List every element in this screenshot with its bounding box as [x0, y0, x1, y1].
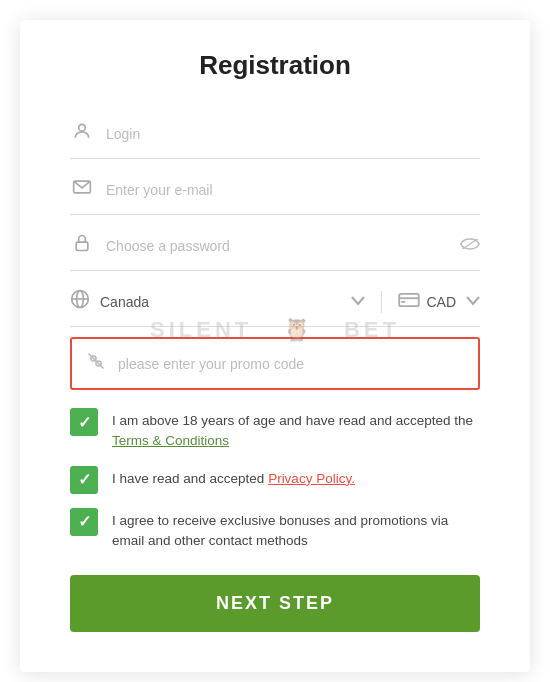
- svg-point-0: [79, 124, 86, 131]
- privacy-checkbox-row: ✓ I have read and accepted Privacy Polic…: [70, 466, 480, 494]
- bonuses-checkbox-text: I agree to receive exclusive bonuses and…: [112, 508, 480, 552]
- password-field-row: [70, 221, 480, 271]
- privacy-policy-link[interactable]: Privacy Policy.: [268, 471, 355, 486]
- privacy-checkbox[interactable]: ✓: [70, 466, 98, 494]
- country-label: Canada: [100, 294, 347, 310]
- promo-row: [70, 337, 480, 390]
- registration-card: Registration SILENT 🦉 BET: [20, 20, 530, 672]
- age-checkbox-row: ✓ I am above 18 years of age and have re…: [70, 408, 480, 452]
- promo-icon: [86, 351, 106, 376]
- check-icon: ✓: [78, 470, 91, 489]
- check-icon: ✓: [78, 512, 91, 531]
- password-input[interactable]: [106, 238, 452, 254]
- country-currency-row: Canada CAD: [70, 277, 480, 327]
- email-icon: [70, 177, 94, 202]
- svg-rect-7: [400, 293, 420, 305]
- currency-chevron-icon: [466, 295, 480, 309]
- svg-rect-9: [401, 300, 405, 302]
- check-icon: ✓: [78, 413, 91, 432]
- password-toggle-icon[interactable]: [460, 237, 480, 255]
- svg-rect-2: [76, 242, 88, 250]
- login-field-row: [70, 109, 480, 159]
- bonuses-checkbox-row: ✓ I agree to receive exclusive bonuses a…: [70, 508, 480, 552]
- card-icon: [398, 292, 420, 312]
- page-title: Registration: [70, 50, 480, 81]
- age-checkbox-text: I am above 18 years of age and have read…: [112, 408, 480, 452]
- globe-icon: [70, 289, 90, 314]
- bonuses-checkbox[interactable]: ✓: [70, 508, 98, 536]
- email-field-row: [70, 165, 480, 215]
- terms-conditions-link[interactable]: Terms & Conditions: [112, 433, 229, 448]
- country-select[interactable]: Canada: [70, 289, 365, 314]
- age-checkbox[interactable]: ✓: [70, 408, 98, 436]
- lock-icon: [70, 233, 94, 258]
- user-icon: [70, 121, 94, 146]
- login-input[interactable]: [106, 126, 480, 142]
- next-step-button[interactable]: NEXT STEP: [70, 575, 480, 632]
- currency-select[interactable]: CAD: [398, 292, 480, 312]
- country-chevron-icon: [351, 295, 365, 309]
- email-input[interactable]: [106, 182, 480, 198]
- promo-input[interactable]: [118, 356, 464, 372]
- divider: [381, 291, 382, 313]
- privacy-checkbox-text: I have read and accepted Privacy Policy.: [112, 466, 355, 489]
- currency-label: CAD: [426, 294, 456, 310]
- fields-container: SILENT 🦉 BET: [70, 109, 480, 551]
